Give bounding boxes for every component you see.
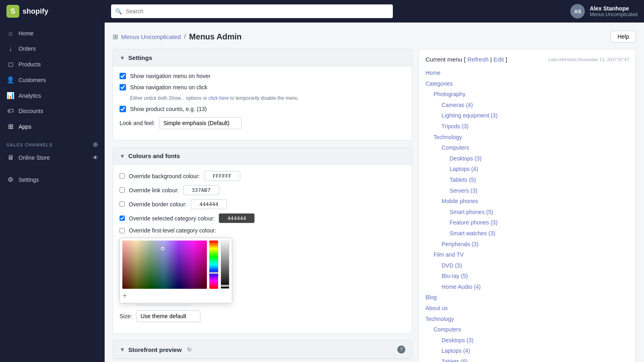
search-bar[interactable]: 🔍 [111,4,393,18]
help-button[interactable]: Help [611,31,636,43]
menu-item[interactable]: Cameras (4) [425,100,629,111]
colour-bg-swatch[interactable]: FFFFFF [204,171,240,181]
menu-item[interactable]: Tripods (3) [425,121,629,132]
menu-item[interactable]: Categories [425,78,629,89]
breadcrumb-separator: / [184,33,186,40]
right-panel: Current menu [ Refresh | Edit ] Last ref… [419,49,636,362]
search-input[interactable] [111,4,393,18]
menu-item[interactable]: Technology [425,314,629,325]
colour-link-label: Override link colour: [129,187,179,193]
sidebar-item-online-store[interactable]: 🖥 Online Store 👁 [0,150,105,165]
menu-item[interactable]: Blu-ray (5) [425,271,629,282]
look-feel-select[interactable]: Simple emphasis (Default) Classic Modern [159,117,242,129]
sidebar-label-analytics: Analytics [19,93,41,99]
menu-item[interactable]: Desktops (3) [425,153,629,164]
menu-item[interactable]: Peripherals (3) [425,239,629,250]
menu-item[interactable]: Smart phones (5) [425,207,629,218]
add-color-icon[interactable]: + [122,291,127,300]
menu-item[interactable]: About us [425,303,629,314]
storefront-help-icon[interactable]: ? [397,346,405,354]
storefront-collapse-icon: ▼ [120,346,125,353]
colours-card-title: Colours and fonts [128,152,180,159]
breadcrumb-store-link[interactable]: Menus Uncomplicated [121,33,181,40]
menu-item[interactable]: Smart watches (3) [425,228,629,239]
menu-item[interactable]: Computers [425,324,629,335]
menu-item[interactable]: Lighting equipment (3) [425,110,629,121]
menu-item[interactable]: Photography [425,89,629,100]
sidebar-label-online-store: Online Store [19,154,50,161]
menu-item[interactable]: DVD (3) [425,260,629,271]
hue-slider[interactable] [209,241,218,289]
right-panel-header: Current menu [ Refresh | Edit ] Last ref… [425,56,629,63]
colours-card-header[interactable]: ▼ Colours and fonts [113,148,412,165]
customers-icon: 👤 [6,76,14,84]
refresh-storefront-icon[interactable]: ↻ [187,346,192,353]
online-store-icon: 🖥 [6,154,14,161]
settings-card: ▼ Settings Show navigation menu on hover… [113,49,412,141]
menu-item[interactable]: Technology [425,132,629,143]
colour-bg-checkbox[interactable] [120,173,125,179]
sidebar-item-analytics[interactable]: 📊 Analytics [0,88,105,103]
show-click-checkbox[interactable] [120,84,126,90]
menu-item[interactable]: Tablets (5) [425,356,629,362]
show-counts-row: Show product counts, e.g. (13) [120,106,405,112]
top-nav-right: AS Alex Stanhope Menus Uncomplicated [570,4,638,19]
add-sales-channel-icon[interactable]: ⊕ [93,141,98,148]
menu-item[interactable]: Laptops (4) [425,164,629,175]
menu-item[interactable]: Home Audio (4) [425,282,629,292]
menu-item[interactable]: Blog [425,292,629,303]
menu-tree: HomeCategoriesPhotographyCameras (4)Ligh… [425,68,629,362]
sidebar-item-home[interactable]: ⌂ Home [0,26,105,41]
colour-selected-swatch[interactable]: 444444 [219,213,255,223]
discounts-icon: 🏷 [6,107,14,115]
colour-firstlevel-checkbox[interactable] [120,228,125,233]
eye-icon[interactable]: 👁 [93,154,98,161]
sidebar-item-orders[interactable]: ↓ Orders [0,41,105,56]
menu-item[interactable]: Film and TV [425,249,629,260]
avatar[interactable]: AS [570,4,585,19]
right-panel-title: Current menu [ Refresh | Edit ] [425,56,507,63]
colour-border-label: Override border colour: [129,201,187,208]
sidebar-label-discounts: Discounts [19,108,43,114]
colour-border-checkbox[interactable] [120,202,125,207]
colour-selected-checkbox[interactable] [120,216,125,221]
show-counts-checkbox[interactable] [120,106,126,112]
hint-link[interactable]: click here [208,95,229,101]
shopify-logo[interactable]: S shopify [6,5,111,18]
sales-channels-label: SALES CHANNELS [6,142,53,147]
sidebar-item-settings[interactable]: ⚙ Settings [0,172,105,187]
size-select[interactable]: Use theme default Small Medium Large [136,310,200,322]
menu-item[interactable]: Servers (3) [425,185,629,196]
menu-item[interactable]: Tablets (5) [425,175,629,185]
menu-item[interactable]: Home [425,68,629,78]
settings-icon: ⚙ [6,176,14,183]
colour-link-checkbox[interactable] [120,187,125,193]
settings-card-header[interactable]: ▼ Settings [113,49,412,66]
hint-suffix: to temporarily disable the menu [229,95,297,101]
storefront-card-title: Storefront preview [128,346,182,353]
edit-link[interactable]: Edit [493,56,504,63]
left-panel: ▼ Settings Show navigation menu on hover… [113,49,412,362]
menu-item[interactable]: Computers [425,142,629,153]
sidebar-item-discounts[interactable]: 🏷 Discounts [0,103,105,119]
sidebar-item-apps[interactable]: ⊞ Apps [0,119,105,134]
sidebar-item-customers[interactable]: 👤 Customers [0,72,105,88]
menu-item[interactable]: Laptops (4) [425,346,629,356]
show-hover-checkbox[interactable] [120,73,126,79]
main-content: ⊞ Menus Uncomplicated / Menus Admin Help… [105,23,644,362]
menu-item[interactable]: Feature phones (3) [425,217,629,228]
refresh-link[interactable]: Refresh [467,56,489,63]
color-gradient-area[interactable] [122,241,207,289]
sidebar-item-products[interactable]: ◻ Products [0,56,105,72]
alpha-slider[interactable] [221,241,229,289]
storefront-card-header[interactable]: ▼ Storefront preview ↻ ? [113,341,412,359]
menu-item[interactable]: Desktops (3) [425,335,629,346]
menu-item[interactable]: Mobile phones [425,196,629,207]
show-hover-row: Show navigation menu on hover [120,73,405,79]
colour-border-swatch[interactable]: 444444 [191,199,227,209]
search-icon: 🔍 [115,8,122,14]
colour-link-swatch[interactable]: 337AB7 [183,185,219,195]
show-click-label: Show navigation menu on click [130,84,207,90]
sidebar-label-home: Home [19,30,33,37]
color-picker-popup[interactable]: + [120,238,232,303]
